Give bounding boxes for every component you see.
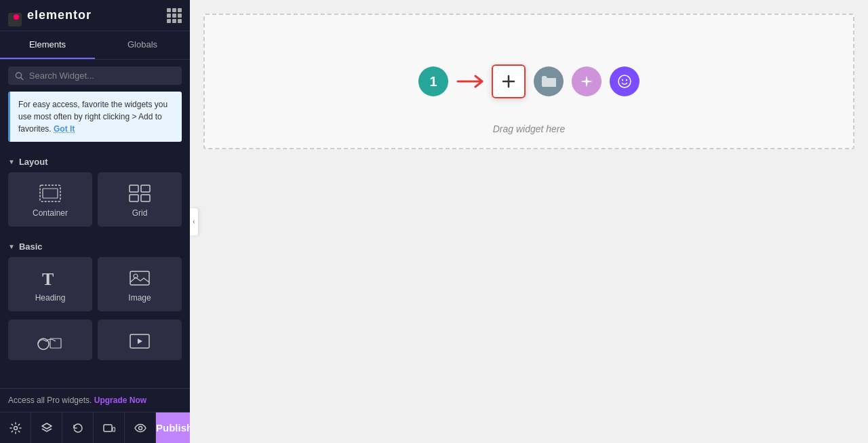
plus-icon (501, 74, 516, 89)
heading-icon: T (39, 269, 61, 288)
svg-rect-6 (130, 195, 138, 201)
svg-point-20 (622, 79, 623, 81)
image-svg (129, 269, 151, 288)
step-circle: 1 (418, 66, 448, 96)
add-widget-button[interactable] (492, 64, 526, 98)
got-it-link[interactable]: Got It (54, 124, 75, 134)
header-left: elementor (8, 8, 92, 22)
info-box: For easy access, favorite the widgets yo… (8, 92, 182, 142)
search-box (8, 66, 182, 85)
svg-rect-7 (141, 195, 150, 201)
layers-button[interactable] (31, 412, 62, 444)
svg-rect-12 (50, 339, 61, 348)
history-button[interactable] (62, 412, 94, 444)
pro-bar: Access all Pro widgets. Upgrade Now (0, 388, 190, 412)
publish-button[interactable]: Publish (156, 412, 193, 444)
sparkle-icon (579, 74, 594, 89)
settings-icon (9, 422, 22, 434)
emoji-button[interactable] (610, 66, 639, 96)
widget-partial-1[interactable] (8, 320, 92, 360)
ai-button[interactable] (572, 66, 601, 96)
svg-rect-3 (43, 189, 58, 198)
basic-section-title: ▼ Basic (0, 235, 190, 257)
arrow-right-icon (456, 73, 484, 90)
svg-rect-17 (113, 427, 115, 431)
svg-rect-5 (141, 185, 150, 192)
logo-text: elementor (27, 8, 92, 22)
layout-chevron-icon: ▼ (8, 158, 15, 166)
bottom-toolbar: Publish (0, 412, 190, 443)
layers-icon (41, 422, 53, 434)
sidebar-collapse-handle[interactable]: ‹ (190, 208, 198, 235)
search-container (0, 60, 190, 92)
folder-button[interactable] (534, 66, 564, 96)
folder-icon (541, 75, 556, 88)
container-svg (39, 185, 61, 202)
logo-area (8, 9, 22, 22)
svg-rect-4 (130, 185, 138, 192)
responsive-button[interactable] (94, 412, 125, 444)
drag-hint: Drag widget here (493, 123, 566, 134)
basic-chevron-icon: ▼ (8, 243, 15, 250)
history-icon (72, 422, 84, 434)
canvas-drop-area[interactable]: 1 (203, 14, 854, 149)
layout-section-title: ▼ Layout (0, 150, 190, 172)
grid-widget-icon (129, 184, 151, 203)
widget-grid-item[interactable]: Grid (98, 172, 182, 227)
tab-globals[interactable]: Globals (95, 31, 190, 59)
sidebar-header: elementor (0, 0, 190, 31)
svg-text:T: T (42, 269, 54, 288)
partial-widget-row (0, 320, 190, 368)
svg-point-19 (618, 75, 631, 88)
heading-svg: T (39, 269, 61, 288)
partial-icon-1 (37, 332, 64, 351)
pink-dot (14, 14, 19, 20)
widget-container[interactable]: Container (8, 172, 92, 227)
responsive-icon (103, 422, 115, 434)
widget-image[interactable]: Image (98, 257, 182, 311)
arrow-svg (456, 73, 484, 90)
widget-picker-row: 1 (418, 64, 639, 98)
basic-widget-grid: T Heading Image (0, 257, 190, 320)
svg-point-18 (138, 426, 142, 429)
search-icon (15, 71, 24, 81)
image-icon (129, 269, 151, 288)
search-input[interactable] (29, 71, 175, 81)
svg-point-21 (626, 79, 627, 81)
sidebar-tabs: Elements Globals (0, 31, 190, 60)
partial-icon-2 (129, 332, 151, 351)
grid-menu-icon[interactable] (167, 8, 182, 23)
sidebar: elementor Elements Globals (0, 0, 190, 443)
widget-partial-2[interactable] (98, 320, 182, 360)
svg-marker-14 (138, 339, 142, 344)
main-canvas: 1 (190, 0, 868, 443)
tab-elements[interactable]: Elements (0, 31, 95, 59)
eye-button[interactable] (125, 412, 156, 444)
grid-svg (129, 185, 151, 202)
settings-button[interactable] (0, 412, 31, 444)
layout-widget-grid: Container Grid (0, 172, 190, 235)
svg-rect-16 (104, 425, 112, 431)
eye-icon (134, 422, 146, 434)
svg-rect-9 (130, 271, 149, 285)
sidebar-content: For easy access, favorite the widgets yo… (0, 60, 190, 388)
upgrade-now-link[interactable]: Upgrade Now (94, 396, 146, 405)
widget-heading[interactable]: T Heading (8, 257, 92, 311)
smiley-icon (617, 74, 632, 89)
svg-point-15 (14, 426, 17, 429)
svg-line-1 (21, 77, 23, 79)
container-icon (39, 184, 61, 203)
